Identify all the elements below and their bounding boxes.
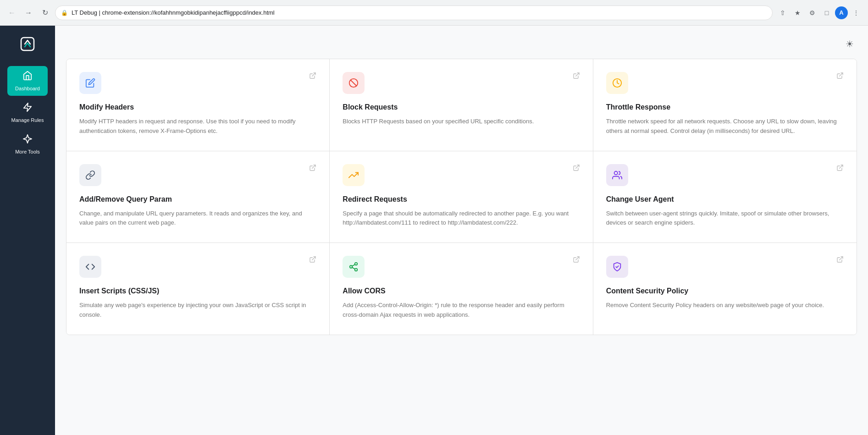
tool-card-header [79,72,316,94]
tool-title-block-requests: Block Requests [343,103,580,111]
theme-toggle-area: ☀ [66,37,857,51]
tool-icon-insert-scripts [79,256,101,278]
tool-card-block-requests[interactable]: Block Requests Blocks HTTP Requests base… [330,59,593,151]
svg-point-12 [355,263,358,265]
tool-title-add-remove-query-param: Add/Remove Query Param [79,195,316,204]
tool-description-add-remove-query-param: Change, and manipulate URL query paramet… [79,209,316,228]
svg-point-9 [614,171,617,174]
tool-title-insert-scripts: Insert Scripts (CSS/JS) [79,287,316,295]
tool-card-add-remove-query-param[interactable]: Add/Remove Query Param Change, and manip… [66,151,330,243]
reload-button[interactable]: ↻ [39,6,51,19]
tool-card-content-security-policy[interactable]: Content Security Policy Remove Content S… [593,243,857,335]
app-container: Dashboard Manage Rules More Tools ☀ [0,26,868,435]
browser-chrome: ← → ↻ 🔒 LT Debug | chrome-extension://ko… [0,0,868,26]
menu-button[interactable]: ⋮ [850,6,862,19]
sidebar-item-more-tools-label: More Tools [15,149,40,154]
tool-icon-throttle-response [606,72,628,94]
tool-icon-block-requests [343,72,365,94]
svg-line-7 [312,165,315,168]
tool-description-redirect-requests: Specify a page that should be automatica… [343,209,580,228]
bookmark-button[interactable]: ★ [791,6,804,19]
theme-toggle-button[interactable]: ☀ [842,37,857,51]
address-text: LT Debug | chrome-extension://kofahhnmgo… [72,9,767,16]
tool-description-change-user-agent: Switch between user-agent strings quickl… [606,209,844,228]
external-link-icon [573,72,580,81]
tool-card-allow-cors[interactable]: Allow CORS Add (Access-Control-Allow-Ori… [330,243,593,335]
tool-icon-modify-headers [79,72,101,94]
tool-title-allow-cors: Allow CORS [343,287,580,295]
lightning-icon [22,102,33,115]
profile-button[interactable]: A [835,6,848,19]
tool-title-redirect-requests: Redirect Requests [343,195,580,204]
external-link-icon [309,72,316,81]
browser-actions: ⇧ ★ ⚙ □ A ⋮ [776,6,862,19]
external-link-icon [309,164,316,173]
extensions-button[interactable]: ⚙ [806,6,818,19]
tool-card-insert-scripts[interactable]: Insert Scripts (CSS/JS) Simulate any web… [66,243,330,335]
tool-description-allow-cors: Add (Access-Control-Allow-Origin: *) rul… [343,301,580,320]
svg-line-16 [352,264,355,266]
svg-line-8 [575,165,579,168]
svg-line-10 [840,165,843,168]
tool-icon-change-user-agent [606,164,628,186]
external-link-icon [573,256,580,265]
tools-grid: Modify Headers Modify HTTP headers in re… [66,59,857,335]
svg-line-17 [575,257,579,260]
tool-title-modify-headers: Modify Headers [79,103,316,111]
sidebar-item-dashboard[interactable]: Dashboard [7,66,48,96]
external-link-icon [836,164,844,173]
content-area: ☀ Modify Headers Modify HTTP headers in … [55,26,868,435]
forward-button[interactable]: → [22,6,35,19]
tool-description-insert-scripts: Simulate any web page's experience by in… [79,301,316,320]
svg-line-11 [312,257,315,260]
back-button[interactable]: ← [6,6,18,19]
svg-point-13 [350,265,353,268]
sidebar-item-more-tools[interactable]: More Tools [7,129,48,159]
tool-card-header [79,256,316,278]
window-button[interactable]: □ [820,6,833,19]
sidebar-item-manage-rules[interactable]: Manage Rules [7,98,48,127]
logo[interactable] [17,33,39,55]
tool-card-header [606,256,844,278]
tool-card-modify-headers[interactable]: Modify Headers Modify HTTP headers in re… [66,59,330,151]
tool-description-block-requests: Blocks HTTP Requests based on your speci… [343,117,580,127]
svg-line-18 [840,257,843,260]
external-link-icon [573,164,580,173]
lock-icon: 🔒 [61,10,68,16]
svg-line-3 [351,80,357,86]
tool-title-change-user-agent: Change User Agent [606,195,844,204]
tool-icon-redirect-requests [343,164,365,186]
tool-card-header [343,164,580,186]
sparkle-icon [22,134,33,146]
tool-icon-content-security-policy [606,256,628,278]
address-bar[interactable]: 🔒 LT Debug | chrome-extension://kofahhnm… [55,6,773,20]
svg-line-1 [312,73,315,76]
tool-card-change-user-agent[interactable]: Change User Agent Switch between user-ag… [593,151,857,243]
home-icon [22,71,33,83]
tool-card-throttle-response[interactable]: Throttle Response Throttle network speed… [593,59,857,151]
sidebar-item-dashboard-label: Dashboard [15,86,40,91]
svg-point-14 [355,269,358,271]
tool-card-redirect-requests[interactable]: Redirect Requests Specify a page that sh… [330,151,593,243]
tool-description-modify-headers: Modify HTTP headers in request and respo… [79,117,316,136]
tool-description-content-security-policy: Remove Content Security Policy headers o… [606,301,844,310]
sidebar: Dashboard Manage Rules More Tools [0,26,55,435]
external-link-icon [836,72,844,81]
svg-line-4 [575,73,579,76]
tool-card-header [343,256,580,278]
tool-icon-add-remove-query-param [79,164,101,186]
tool-card-header [606,164,844,186]
tool-card-header [606,72,844,94]
external-link-icon [836,256,844,265]
svg-line-6 [840,73,843,76]
tool-card-header [343,72,580,94]
external-link-icon [309,256,316,265]
tool-description-throttle-response: Throttle network speed for all network r… [606,117,844,136]
sidebar-item-manage-rules-label: Manage Rules [11,117,44,123]
tool-icon-allow-cors [343,256,365,278]
share-button[interactable]: ⇧ [776,6,789,19]
logo-icon [18,35,37,53]
tool-card-header [79,164,316,186]
svg-line-15 [352,268,355,270]
tool-title-throttle-response: Throttle Response [606,103,844,111]
